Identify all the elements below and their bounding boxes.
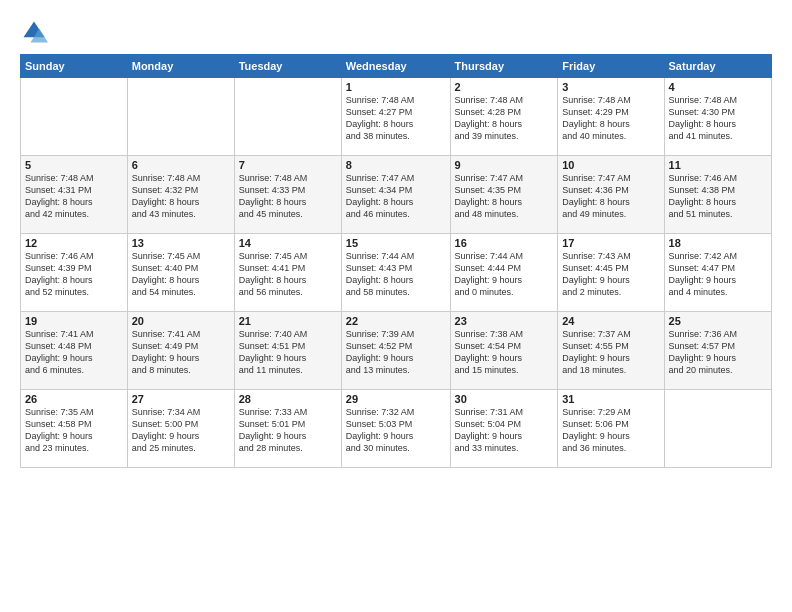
day-number: 29 bbox=[346, 393, 446, 405]
day-content: Sunrise: 7:47 AM Sunset: 4:34 PM Dayligh… bbox=[346, 172, 446, 221]
calendar-cell bbox=[21, 78, 128, 156]
calendar-body: 1Sunrise: 7:48 AM Sunset: 4:27 PM Daylig… bbox=[21, 78, 772, 468]
day-content: Sunrise: 7:48 AM Sunset: 4:31 PM Dayligh… bbox=[25, 172, 123, 221]
day-number: 20 bbox=[132, 315, 230, 327]
day-number: 19 bbox=[25, 315, 123, 327]
calendar-cell: 13Sunrise: 7:45 AM Sunset: 4:40 PM Dayli… bbox=[127, 234, 234, 312]
calendar-cell: 20Sunrise: 7:41 AM Sunset: 4:49 PM Dayli… bbox=[127, 312, 234, 390]
day-content: Sunrise: 7:41 AM Sunset: 4:49 PM Dayligh… bbox=[132, 328, 230, 377]
weekday-header: Friday bbox=[558, 55, 664, 78]
calendar-cell: 4Sunrise: 7:48 AM Sunset: 4:30 PM Daylig… bbox=[664, 78, 771, 156]
logo bbox=[20, 18, 52, 46]
day-content: Sunrise: 7:47 AM Sunset: 4:36 PM Dayligh… bbox=[562, 172, 659, 221]
calendar-cell: 27Sunrise: 7:34 AM Sunset: 5:00 PM Dayli… bbox=[127, 390, 234, 468]
weekday-header: Wednesday bbox=[341, 55, 450, 78]
day-content: Sunrise: 7:41 AM Sunset: 4:48 PM Dayligh… bbox=[25, 328, 123, 377]
day-number: 21 bbox=[239, 315, 337, 327]
calendar-cell: 17Sunrise: 7:43 AM Sunset: 4:45 PM Dayli… bbox=[558, 234, 664, 312]
day-number: 17 bbox=[562, 237, 659, 249]
day-content: Sunrise: 7:48 AM Sunset: 4:30 PM Dayligh… bbox=[669, 94, 767, 143]
day-content: Sunrise: 7:45 AM Sunset: 4:40 PM Dayligh… bbox=[132, 250, 230, 299]
weekday-header: Thursday bbox=[450, 55, 558, 78]
day-number: 9 bbox=[455, 159, 554, 171]
calendar-cell: 25Sunrise: 7:36 AM Sunset: 4:57 PM Dayli… bbox=[664, 312, 771, 390]
day-content: Sunrise: 7:43 AM Sunset: 4:45 PM Dayligh… bbox=[562, 250, 659, 299]
day-number: 28 bbox=[239, 393, 337, 405]
calendar-cell: 30Sunrise: 7:31 AM Sunset: 5:04 PM Dayli… bbox=[450, 390, 558, 468]
calendar-cell bbox=[664, 390, 771, 468]
day-content: Sunrise: 7:39 AM Sunset: 4:52 PM Dayligh… bbox=[346, 328, 446, 377]
day-number: 27 bbox=[132, 393, 230, 405]
day-number: 3 bbox=[562, 81, 659, 93]
day-number: 23 bbox=[455, 315, 554, 327]
day-number: 6 bbox=[132, 159, 230, 171]
day-content: Sunrise: 7:44 AM Sunset: 4:44 PM Dayligh… bbox=[455, 250, 554, 299]
calendar-cell: 10Sunrise: 7:47 AM Sunset: 4:36 PM Dayli… bbox=[558, 156, 664, 234]
day-content: Sunrise: 7:34 AM Sunset: 5:00 PM Dayligh… bbox=[132, 406, 230, 455]
day-number: 2 bbox=[455, 81, 554, 93]
day-number: 24 bbox=[562, 315, 659, 327]
header bbox=[20, 18, 772, 46]
calendar-cell: 26Sunrise: 7:35 AM Sunset: 4:58 PM Dayli… bbox=[21, 390, 128, 468]
day-number: 12 bbox=[25, 237, 123, 249]
calendar-cell: 7Sunrise: 7:48 AM Sunset: 4:33 PM Daylig… bbox=[234, 156, 341, 234]
calendar-cell: 11Sunrise: 7:46 AM Sunset: 4:38 PM Dayli… bbox=[664, 156, 771, 234]
weekday-header: Sunday bbox=[21, 55, 128, 78]
day-number: 10 bbox=[562, 159, 659, 171]
day-number: 22 bbox=[346, 315, 446, 327]
day-content: Sunrise: 7:46 AM Sunset: 4:38 PM Dayligh… bbox=[669, 172, 767, 221]
calendar-cell bbox=[234, 78, 341, 156]
calendar-cell: 21Sunrise: 7:40 AM Sunset: 4:51 PM Dayli… bbox=[234, 312, 341, 390]
calendar-week-row: 26Sunrise: 7:35 AM Sunset: 4:58 PM Dayli… bbox=[21, 390, 772, 468]
calendar-cell: 22Sunrise: 7:39 AM Sunset: 4:52 PM Dayli… bbox=[341, 312, 450, 390]
weekday-row: SundayMondayTuesdayWednesdayThursdayFrid… bbox=[21, 55, 772, 78]
day-content: Sunrise: 7:48 AM Sunset: 4:33 PM Dayligh… bbox=[239, 172, 337, 221]
day-content: Sunrise: 7:47 AM Sunset: 4:35 PM Dayligh… bbox=[455, 172, 554, 221]
day-number: 1 bbox=[346, 81, 446, 93]
day-number: 30 bbox=[455, 393, 554, 405]
calendar-cell bbox=[127, 78, 234, 156]
day-content: Sunrise: 7:42 AM Sunset: 4:47 PM Dayligh… bbox=[669, 250, 767, 299]
day-content: Sunrise: 7:40 AM Sunset: 4:51 PM Dayligh… bbox=[239, 328, 337, 377]
weekday-header: Saturday bbox=[664, 55, 771, 78]
day-number: 7 bbox=[239, 159, 337, 171]
calendar-page: SundayMondayTuesdayWednesdayThursdayFrid… bbox=[0, 0, 792, 612]
weekday-header: Tuesday bbox=[234, 55, 341, 78]
calendar-cell: 19Sunrise: 7:41 AM Sunset: 4:48 PM Dayli… bbox=[21, 312, 128, 390]
weekday-header: Monday bbox=[127, 55, 234, 78]
calendar-cell: 23Sunrise: 7:38 AM Sunset: 4:54 PM Dayli… bbox=[450, 312, 558, 390]
day-content: Sunrise: 7:35 AM Sunset: 4:58 PM Dayligh… bbox=[25, 406, 123, 455]
day-content: Sunrise: 7:36 AM Sunset: 4:57 PM Dayligh… bbox=[669, 328, 767, 377]
day-content: Sunrise: 7:31 AM Sunset: 5:04 PM Dayligh… bbox=[455, 406, 554, 455]
day-number: 18 bbox=[669, 237, 767, 249]
day-content: Sunrise: 7:29 AM Sunset: 5:06 PM Dayligh… bbox=[562, 406, 659, 455]
calendar-cell: 16Sunrise: 7:44 AM Sunset: 4:44 PM Dayli… bbox=[450, 234, 558, 312]
calendar-cell: 9Sunrise: 7:47 AM Sunset: 4:35 PM Daylig… bbox=[450, 156, 558, 234]
calendar-cell: 3Sunrise: 7:48 AM Sunset: 4:29 PM Daylig… bbox=[558, 78, 664, 156]
calendar-cell: 8Sunrise: 7:47 AM Sunset: 4:34 PM Daylig… bbox=[341, 156, 450, 234]
day-content: Sunrise: 7:37 AM Sunset: 4:55 PM Dayligh… bbox=[562, 328, 659, 377]
calendar-cell: 24Sunrise: 7:37 AM Sunset: 4:55 PM Dayli… bbox=[558, 312, 664, 390]
day-number: 25 bbox=[669, 315, 767, 327]
day-content: Sunrise: 7:48 AM Sunset: 4:32 PM Dayligh… bbox=[132, 172, 230, 221]
calendar-cell: 2Sunrise: 7:48 AM Sunset: 4:28 PM Daylig… bbox=[450, 78, 558, 156]
calendar-cell: 6Sunrise: 7:48 AM Sunset: 4:32 PM Daylig… bbox=[127, 156, 234, 234]
calendar-table: SundayMondayTuesdayWednesdayThursdayFrid… bbox=[20, 54, 772, 468]
day-number: 5 bbox=[25, 159, 123, 171]
calendar-cell: 5Sunrise: 7:48 AM Sunset: 4:31 PM Daylig… bbox=[21, 156, 128, 234]
calendar-cell: 12Sunrise: 7:46 AM Sunset: 4:39 PM Dayli… bbox=[21, 234, 128, 312]
day-content: Sunrise: 7:44 AM Sunset: 4:43 PM Dayligh… bbox=[346, 250, 446, 299]
day-number: 11 bbox=[669, 159, 767, 171]
day-number: 16 bbox=[455, 237, 554, 249]
day-content: Sunrise: 7:45 AM Sunset: 4:41 PM Dayligh… bbox=[239, 250, 337, 299]
day-content: Sunrise: 7:38 AM Sunset: 4:54 PM Dayligh… bbox=[455, 328, 554, 377]
day-content: Sunrise: 7:48 AM Sunset: 4:27 PM Dayligh… bbox=[346, 94, 446, 143]
day-number: 8 bbox=[346, 159, 446, 171]
day-number: 15 bbox=[346, 237, 446, 249]
day-number: 14 bbox=[239, 237, 337, 249]
calendar-cell: 14Sunrise: 7:45 AM Sunset: 4:41 PM Dayli… bbox=[234, 234, 341, 312]
calendar-week-row: 5Sunrise: 7:48 AM Sunset: 4:31 PM Daylig… bbox=[21, 156, 772, 234]
day-content: Sunrise: 7:32 AM Sunset: 5:03 PM Dayligh… bbox=[346, 406, 446, 455]
day-content: Sunrise: 7:46 AM Sunset: 4:39 PM Dayligh… bbox=[25, 250, 123, 299]
calendar-cell: 29Sunrise: 7:32 AM Sunset: 5:03 PM Dayli… bbox=[341, 390, 450, 468]
